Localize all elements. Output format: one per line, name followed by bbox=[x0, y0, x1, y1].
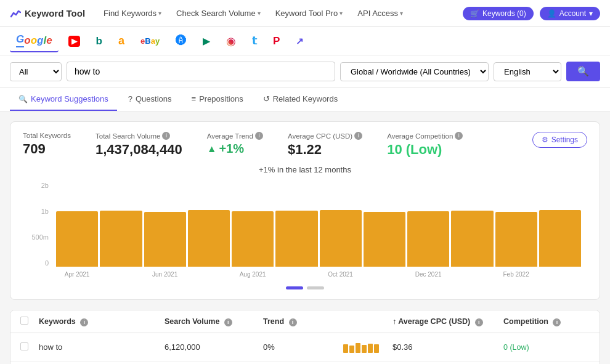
search-type-select[interactable]: AllBroadExactPhrase bbox=[10, 62, 62, 81]
tab-keyword-suggestions[interactable]: 🔍 Keyword Suggestions bbox=[10, 88, 117, 111]
dropdown-arrow: ▾ bbox=[589, 9, 593, 18]
trend-up-icon: ▲ bbox=[207, 144, 217, 155]
x-axis-labels: Apr 2021Jun 2021Aug 2021Oct 2021Dec 2021… bbox=[56, 268, 581, 280]
stat-average-trend-label: Average Trend i bbox=[207, 132, 263, 140]
chart-bar bbox=[451, 211, 493, 267]
platform-googleplay[interactable]: ▶ bbox=[197, 31, 216, 51]
search-bar: AllBroadExactPhrase Global / Worldwide (… bbox=[0, 55, 610, 88]
chart-x-label: Aug 2021 bbox=[232, 271, 274, 278]
tabs-bar: 🔍 Keyword Suggestions ? Questions ≡ Prep… bbox=[0, 88, 610, 111]
stat-average-trend-value: ▲ +1% bbox=[207, 142, 263, 156]
platform-amazon[interactable]: a bbox=[112, 31, 131, 51]
stat-average-competition-value: 10 (Low) bbox=[387, 142, 463, 158]
col-search-volume: Search Volume i bbox=[165, 317, 263, 326]
pagination-dot-1[interactable] bbox=[286, 286, 303, 289]
info-icon: i bbox=[224, 318, 232, 326]
chart-x-label: Oct 2021 bbox=[320, 271, 362, 278]
stat-total-search-volume: Total Search Volume i 1,437,084,440 bbox=[96, 132, 182, 158]
platform-bing[interactable]: b bbox=[90, 31, 108, 51]
info-icon: i bbox=[354, 132, 362, 140]
info-icon: i bbox=[80, 318, 88, 326]
chart-bar bbox=[188, 210, 230, 267]
top-nav: Keyword Tool Find Keywords ▾ Check Searc… bbox=[0, 0, 610, 27]
svg-rect-1 bbox=[349, 346, 354, 353]
chart-x-label: Jun 2021 bbox=[144, 271, 186, 278]
y-axis: 2b 1b 500m 0 bbox=[29, 182, 52, 267]
pagination-dot-2[interactable] bbox=[307, 286, 324, 289]
search-button[interactable]: 🔍 bbox=[566, 62, 600, 81]
platform-bar: G oogle ▶ b a eBay 🅐 ▶ ◉ 𝕥 P ↗ bbox=[0, 27, 610, 55]
chart-bar bbox=[364, 212, 405, 267]
svg-rect-3 bbox=[362, 345, 367, 353]
ebay-icon: eBay bbox=[140, 36, 160, 46]
platform-appstore[interactable]: 🅐 bbox=[169, 31, 193, 51]
language-select[interactable]: English bbox=[494, 62, 561, 81]
nav-keyword-tool-pro[interactable]: Keyword Tool Pro ▾ bbox=[269, 6, 349, 20]
platform-trend[interactable]: ↗ bbox=[290, 32, 310, 51]
row-trend-chart bbox=[343, 339, 392, 355]
chart-bar bbox=[495, 212, 537, 267]
questions-icon: ? bbox=[128, 94, 132, 103]
tab-related-keywords[interactable]: ↺ Related Keywords bbox=[254, 88, 347, 111]
logo[interactable]: Keyword Tool bbox=[10, 8, 85, 19]
dropdown-arrow: ▾ bbox=[400, 10, 403, 17]
nav-api-access[interactable]: API Access ▾ bbox=[351, 6, 409, 20]
settings-button[interactable]: ⚙ Settings bbox=[532, 132, 587, 148]
nav-check-search-volume[interactable]: Check Search Volume ▾ bbox=[170, 6, 267, 20]
platform-twitter[interactable]: 𝕥 bbox=[246, 31, 263, 51]
stat-average-trend: Average Trend i ▲ +1% bbox=[207, 132, 263, 156]
col-trend: Trend i bbox=[263, 317, 343, 326]
stat-total-keywords: Total Keywords 709 bbox=[23, 132, 71, 157]
col-avg-cpc: ↑ Average CPC (USD) i bbox=[392, 317, 503, 326]
select-all-checkbox[interactable] bbox=[20, 317, 39, 326]
cart-button[interactable]: 🛒 Keywords (0) bbox=[463, 7, 534, 20]
stat-total-keywords-value: 709 bbox=[23, 141, 71, 157]
row-checkbox[interactable] bbox=[20, 342, 39, 352]
gear-icon: ⚙ bbox=[542, 135, 548, 144]
info-icon: i bbox=[553, 318, 561, 326]
chart-x-label: Feb 2022 bbox=[495, 271, 537, 278]
platform-google[interactable]: G oogle bbox=[10, 30, 59, 52]
info-icon: i bbox=[475, 318, 483, 326]
settings-section: ⚙ Settings bbox=[532, 132, 587, 148]
nav-right: 🛒 Keywords (0) 👤 Account ▾ bbox=[463, 7, 600, 20]
account-icon: 👤 bbox=[547, 9, 556, 18]
bars-container bbox=[56, 182, 581, 267]
platform-youtube[interactable]: ▶ bbox=[62, 32, 86, 51]
table-row: how to open a roth ira 14,800 0% $25.94 … bbox=[10, 362, 600, 364]
trend-sparkline bbox=[343, 339, 380, 353]
platform-pinterest[interactable]: P bbox=[267, 31, 286, 51]
chart-area: 2b 1b 500m 0 Apr 2021Jun 2021Aug 2021Oct… bbox=[29, 182, 587, 280]
row-trend: 0% bbox=[263, 342, 343, 352]
svg-rect-5 bbox=[374, 344, 379, 353]
stat-average-cpc: Average CPC (USD) i $1.22 bbox=[288, 132, 362, 158]
location-select[interactable]: Global / Worldwide (All Countries) bbox=[340, 62, 489, 81]
amazon-icon: a bbox=[118, 34, 124, 47]
chart-x-label: Apr 2021 bbox=[56, 271, 98, 278]
col-keywords: Keywords i bbox=[39, 317, 165, 326]
nav-find-keywords[interactable]: Find Keywords ▾ bbox=[97, 6, 168, 20]
twitter-icon: 𝕥 bbox=[252, 34, 257, 47]
account-button[interactable]: 👤 Account ▾ bbox=[540, 7, 600, 20]
search-input[interactable] bbox=[67, 62, 335, 81]
info-icon: i bbox=[289, 318, 297, 326]
tab-questions[interactable]: ? Questions bbox=[120, 88, 181, 111]
stats-row: Total Keywords 709 Total Search Volume i… bbox=[23, 132, 587, 158]
stat-average-cpc-value: $1.22 bbox=[288, 142, 362, 158]
platform-ebay[interactable]: eBay bbox=[134, 33, 166, 49]
tab-prepositions[interactable]: ≡ Prepositions bbox=[183, 88, 252, 111]
platform-instagram[interactable]: ◉ bbox=[220, 31, 242, 52]
chart-pagination bbox=[23, 286, 587, 289]
table-section: Keywords i Search Volume i Trend i ↑ Ave… bbox=[10, 310, 600, 364]
svg-rect-2 bbox=[356, 343, 360, 353]
chart-container: +1% in the last 12 months 2b 1b 500m 0 A… bbox=[23, 165, 587, 289]
nav-menu: Find Keywords ▾ Check Search Volume ▾ Ke… bbox=[97, 6, 463, 20]
dropdown-arrow: ▾ bbox=[340, 10, 343, 17]
googleplay-icon: ▶ bbox=[203, 35, 210, 47]
appstore-icon: 🅐 bbox=[176, 34, 187, 47]
chart-bar bbox=[539, 210, 581, 267]
related-icon: ↺ bbox=[263, 94, 270, 103]
svg-rect-4 bbox=[368, 344, 373, 353]
stats-card: Total Keywords 709 Total Search Volume i… bbox=[10, 121, 600, 300]
google-icon: G bbox=[16, 33, 24, 47]
